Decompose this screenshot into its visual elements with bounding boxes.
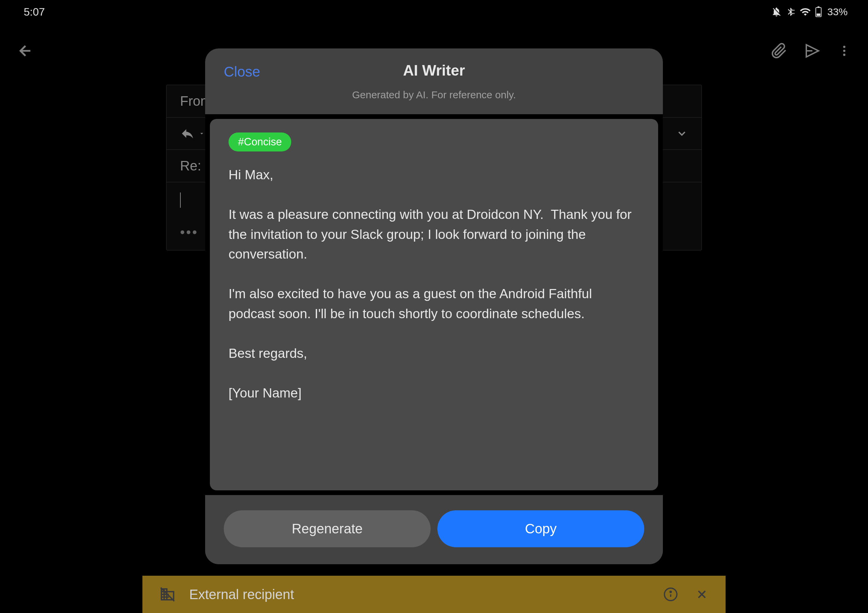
ai-writer-modal: Close AI Writer Generated by AI. For ref… bbox=[205, 48, 663, 564]
more-options-button[interactable] bbox=[837, 44, 851, 57]
status-bar: 5:07 33% bbox=[0, 0, 868, 24]
reply-type-selector[interactable] bbox=[180, 126, 205, 141]
info-icon[interactable] bbox=[663, 587, 678, 602]
back-button[interactable] bbox=[17, 42, 34, 59]
copy-button[interactable]: Copy bbox=[437, 510, 644, 547]
close-button[interactable]: Close bbox=[224, 64, 260, 80]
status-icons bbox=[771, 6, 822, 18]
battery-icon bbox=[815, 6, 822, 17]
modal-content: #Concise Hi Max, It was a pleasure conne… bbox=[210, 119, 658, 490]
svg-point-6 bbox=[843, 50, 846, 52]
svg-point-5 bbox=[843, 46, 846, 48]
notification-muted-icon bbox=[771, 6, 782, 17]
svg-rect-4 bbox=[817, 14, 820, 16]
modal-header: Close AI Writer Generated by AI. For ref… bbox=[205, 48, 663, 107]
close-banner-icon[interactable] bbox=[695, 588, 708, 601]
chevron-down-icon[interactable] bbox=[676, 127, 688, 139]
dropdown-caret-icon bbox=[198, 130, 205, 137]
status-right: 33% bbox=[771, 6, 848, 18]
send-button[interactable] bbox=[804, 43, 820, 59]
status-time: 5:07 bbox=[24, 6, 45, 18]
attachment-button[interactable] bbox=[771, 43, 787, 59]
wifi-icon bbox=[800, 6, 811, 18]
svg-rect-3 bbox=[817, 6, 820, 8]
regenerate-button[interactable]: Regenerate bbox=[224, 510, 431, 547]
bluetooth-icon bbox=[786, 7, 795, 17]
svg-point-0 bbox=[794, 10, 795, 11]
modal-actions: Regenerate Copy bbox=[205, 495, 663, 564]
modal-subtitle: Generated by AI. For reference only. bbox=[224, 89, 644, 101]
style-tag: #Concise bbox=[228, 133, 291, 152]
external-warning-icon bbox=[160, 586, 176, 602]
reply-icon bbox=[180, 126, 195, 141]
generated-text: Hi Max, It was a pleasure connecting wit… bbox=[228, 165, 640, 403]
svg-point-1 bbox=[794, 13, 795, 14]
svg-point-10 bbox=[670, 591, 671, 593]
text-cursor bbox=[180, 192, 181, 208]
modal-content-wrapper: #Concise Hi Max, It was a pleasure conne… bbox=[205, 114, 663, 495]
banner-text: External recipient bbox=[189, 587, 294, 602]
battery-percentage: 33% bbox=[827, 6, 848, 18]
svg-point-7 bbox=[843, 54, 846, 56]
modal-title: AI Writer bbox=[224, 62, 644, 79]
external-recipient-banner: External recipient bbox=[143, 576, 725, 613]
